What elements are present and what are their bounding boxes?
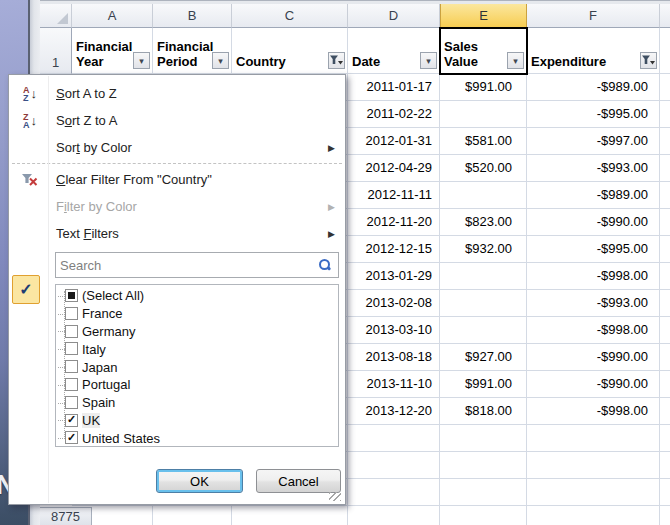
cell-date[interactable]: 2012-12-15 bbox=[348, 236, 440, 263]
cell-date[interactable]: 2012-11-20 bbox=[348, 209, 440, 236]
header-cell-g[interactable] bbox=[660, 28, 670, 74]
cell-date[interactable]: 2013-01-29 bbox=[348, 263, 440, 290]
cell-expenditure[interactable]: -$990.00 bbox=[527, 344, 660, 371]
header-cell-country[interactable]: Country bbox=[232, 28, 348, 74]
cell-g[interactable] bbox=[660, 398, 670, 425]
filter-option[interactable]: Italy bbox=[56, 340, 338, 358]
cell-g[interactable] bbox=[660, 74, 670, 101]
filter-button-sales-value[interactable]: ▾ bbox=[507, 52, 524, 69]
cell-sales-value[interactable] bbox=[440, 290, 527, 317]
cell-sales-value[interactable] bbox=[440, 506, 527, 525]
cell-g[interactable] bbox=[660, 101, 670, 128]
menu-item-text-filters[interactable]: Text Filters ▶ bbox=[9, 220, 345, 247]
select-all-corner[interactable] bbox=[40, 4, 72, 28]
column-header-c[interactable]: C bbox=[232, 4, 348, 28]
column-header-e-selected[interactable]: E bbox=[440, 4, 527, 28]
cell-g[interactable] bbox=[660, 209, 670, 236]
column-header-f[interactable]: F bbox=[527, 4, 660, 28]
cell-sales-value[interactable] bbox=[440, 182, 527, 209]
menu-item-sort-by-color[interactable]: Sort by Color ▶ bbox=[9, 134, 345, 161]
cell-g[interactable] bbox=[660, 263, 670, 290]
filter-option[interactable]: Portugal bbox=[56, 376, 338, 394]
filter-button-country-active[interactable] bbox=[328, 52, 345, 69]
cell-date[interactable]: 2012-11-11 bbox=[348, 182, 440, 209]
cell-expenditure[interactable]: -$993.00 bbox=[527, 290, 660, 317]
column-header-a[interactable]: A bbox=[72, 4, 153, 28]
cell-expenditure[interactable]: -$997.00 bbox=[527, 128, 660, 155]
filter-option[interactable]: Spain bbox=[56, 394, 338, 412]
column-header-g-sliver[interactable] bbox=[660, 4, 670, 28]
cell-sales-value[interactable] bbox=[440, 425, 527, 452]
cell-g[interactable] bbox=[660, 290, 670, 317]
cell-date[interactable] bbox=[348, 452, 440, 479]
header-cell-sales-value[interactable]: Sales Value ▾ bbox=[440, 28, 527, 74]
checkbox[interactable]: ✓ bbox=[65, 414, 78, 427]
row-header-1[interactable]: 1 bbox=[40, 28, 72, 74]
cell-g[interactable] bbox=[660, 182, 670, 209]
cell-financial-period[interactable] bbox=[153, 506, 232, 525]
cell-sales-value[interactable]: $927.00 bbox=[440, 344, 527, 371]
checkbox[interactable] bbox=[65, 360, 78, 373]
menu-item-sort-a-to-z[interactable]: AZ ↓ Sort A to Z bbox=[9, 80, 345, 107]
cell-sales-value[interactable]: $823.00 bbox=[440, 209, 527, 236]
checkbox[interactable] bbox=[65, 325, 78, 338]
cell-expenditure[interactable]: -$993.00 bbox=[527, 155, 660, 182]
filter-option[interactable]: ✓ UK bbox=[56, 412, 338, 430]
cell-expenditure[interactable] bbox=[527, 479, 660, 506]
cell-country[interactable] bbox=[232, 506, 348, 525]
checkbox[interactable]: ✓ bbox=[65, 431, 78, 444]
cell-expenditure[interactable]: -$998.00 bbox=[527, 398, 660, 425]
checklist-gutter-button[interactable]: ✓ bbox=[12, 275, 40, 304]
cell-sales-value[interactable] bbox=[440, 263, 527, 290]
filter-button-date[interactable]: ▾ bbox=[420, 52, 437, 69]
cell-expenditure[interactable]: -$995.00 bbox=[527, 236, 660, 263]
cell-sales-value[interactable] bbox=[440, 101, 527, 128]
cell-expenditure[interactable] bbox=[527, 452, 660, 479]
cell-g[interactable] bbox=[660, 452, 670, 479]
cell-g[interactable] bbox=[660, 317, 670, 344]
cell-expenditure[interactable]: -$998.00 bbox=[527, 317, 660, 344]
checkbox[interactable] bbox=[65, 307, 78, 320]
cell-expenditure[interactable]: -$989.00 bbox=[527, 182, 660, 209]
filter-option[interactable]: Japan bbox=[56, 358, 338, 376]
cell-g[interactable] bbox=[660, 236, 670, 263]
filter-button-expenditure-active[interactable] bbox=[640, 52, 657, 69]
row-header-8775[interactable]: 8775 bbox=[40, 507, 92, 525]
column-header-b[interactable]: B bbox=[153, 4, 232, 28]
cell-expenditure[interactable]: -$990.00 bbox=[527, 209, 660, 236]
cell-g[interactable] bbox=[660, 371, 670, 398]
menu-item-clear-filter[interactable]: Clear Filter From "Country" bbox=[9, 166, 345, 193]
checkbox[interactable] bbox=[65, 378, 78, 391]
filter-button-financial-period[interactable]: ▾ bbox=[212, 52, 229, 69]
header-cell-expenditure[interactable]: Expenditure bbox=[527, 28, 660, 74]
cell-sales-value[interactable] bbox=[440, 479, 527, 506]
cell-sales-value[interactable]: $991.00 bbox=[440, 371, 527, 398]
cell-date[interactable]: 2012-01-31 bbox=[348, 128, 440, 155]
cell-date[interactable]: 2013-03-10 bbox=[348, 317, 440, 344]
filter-button-financial-year[interactable]: ▾ bbox=[133, 52, 150, 69]
cell-g[interactable] bbox=[660, 155, 670, 182]
cell-expenditure[interactable]: -$990.00 bbox=[527, 371, 660, 398]
cell-sales-value[interactable]: $520.00 bbox=[440, 155, 527, 182]
cell-date[interactable]: 2013-02-08 bbox=[348, 290, 440, 317]
cancel-button[interactable]: Cancel bbox=[256, 469, 341, 493]
cell-date[interactable]: 2012-04-29 bbox=[348, 155, 440, 182]
menu-item-sort-z-to-a[interactable]: ZA ↓ Sort Z to A bbox=[9, 107, 345, 134]
cell-date[interactable] bbox=[348, 479, 440, 506]
cell-date[interactable]: 2011-02-22 bbox=[348, 101, 440, 128]
checkbox[interactable] bbox=[65, 396, 78, 409]
cell-expenditure[interactable]: -$989.00 bbox=[527, 74, 660, 101]
cell-sales-value[interactable]: $818.00 bbox=[440, 398, 527, 425]
header-cell-date[interactable]: Date ▾ bbox=[348, 28, 440, 74]
cell-g[interactable] bbox=[660, 479, 670, 506]
cell-expenditure[interactable] bbox=[527, 506, 660, 525]
cell-g[interactable] bbox=[660, 344, 670, 371]
filter-option[interactable]: (Select All) bbox=[56, 287, 338, 305]
cell-sales-value[interactable] bbox=[440, 452, 527, 479]
checkbox[interactable] bbox=[65, 342, 78, 355]
filter-option[interactable]: France bbox=[56, 305, 338, 323]
header-cell-financial-year[interactable]: Financial Year ▾ bbox=[72, 28, 153, 74]
filter-option[interactable]: Germany bbox=[56, 323, 338, 341]
ok-button[interactable]: OK bbox=[156, 469, 243, 493]
cell-expenditure[interactable] bbox=[527, 425, 660, 452]
